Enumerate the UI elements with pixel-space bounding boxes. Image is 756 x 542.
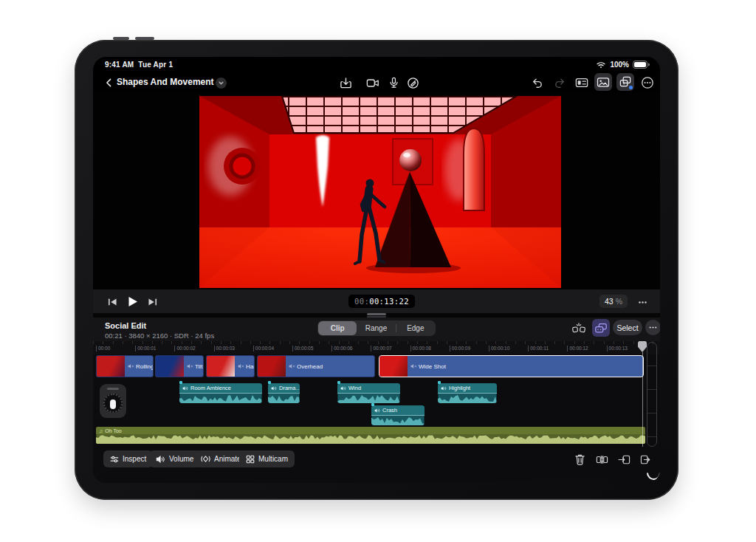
video-preview[interactable] — [199, 96, 561, 288]
timeline-more-button[interactable] — [645, 320, 660, 335]
timeline-title: Social Edit — [105, 321, 146, 330]
ruler-label: 00:00:07 — [371, 346, 391, 351]
audio-waveform — [179, 394, 262, 403]
ruler-label: 00:00:01 — [135, 346, 156, 351]
muted-audio-icon — [238, 363, 244, 369]
notification-dot — [629, 86, 633, 89]
project-menu-button[interactable] — [216, 78, 227, 89]
mode-clip[interactable]: Clip — [318, 321, 357, 335]
video-clip[interactable]: Tilt Up — [155, 355, 204, 377]
music-waveform — [96, 434, 645, 444]
redo-button[interactable] — [551, 74, 568, 92]
ruler-label: 00:00 — [96, 346, 110, 351]
more-options-button[interactable] — [639, 74, 656, 92]
audio-clip[interactable]: Wind — [337, 383, 400, 403]
timeline-info: 00:21 · 3840 × 2160 · SDR · 24 fps — [105, 332, 214, 340]
video-clip[interactable]: Hands — [206, 355, 255, 377]
clip-thumbnail — [379, 356, 408, 377]
edit-mode-segmented-control: Clip Range Edge — [317, 320, 436, 336]
ruler-label: 00:00:03 — [214, 346, 235, 351]
audio-track-row2: Crash — [93, 405, 660, 425]
clock-date: Tue Apr 1 — [138, 61, 173, 69]
delete-button[interactable] — [573, 453, 586, 466]
clip-label: Room Ambience — [190, 385, 231, 391]
audio-waveform — [337, 394, 400, 403]
undo-button[interactable] — [528, 74, 546, 92]
volume-down-button — [135, 37, 154, 40]
transport-bar: 00:00:13:22 43% — [93, 289, 660, 314]
ruler-label: 00:00:12 — [567, 346, 588, 351]
effects-button[interactable] — [616, 73, 634, 91]
audio-waveform — [371, 416, 425, 425]
overlay-view-button[interactable] — [592, 319, 610, 337]
clip-label: Rolling Ball — [136, 363, 154, 370]
battery-icon — [633, 61, 650, 69]
skip-to-start-button[interactable] — [103, 293, 121, 311]
volume-button[interactable]: Volume — [149, 450, 200, 467]
jog-wheel[interactable] — [100, 384, 126, 418]
video-clip[interactable]: Rolling Ball — [96, 355, 154, 377]
import-media-button[interactable] — [337, 74, 354, 92]
viewer-options-button[interactable] — [633, 293, 651, 311]
multicam-button[interactable]: Multicam — [239, 450, 295, 467]
muted-audio-icon — [289, 363, 295, 369]
audio-clip[interactable]: Highlight — [438, 383, 497, 403]
mode-range[interactable]: Range — [357, 321, 395, 335]
mode-edge[interactable]: Edge — [396, 321, 435, 335]
record-voiceover-button[interactable] — [385, 74, 402, 92]
audio-clip[interactable]: Room Ambience — [179, 383, 262, 403]
insert-clip-button[interactable] — [617, 453, 630, 466]
audio-icon — [182, 385, 188, 391]
muted-audio-icon — [410, 363, 417, 369]
vertical-scrollbar[interactable] — [647, 342, 657, 447]
playhead-line — [642, 352, 643, 447]
pencil-tools-button[interactable] — [404, 74, 422, 92]
split-clip-button[interactable] — [595, 453, 608, 466]
button-label: Inspect — [123, 455, 146, 463]
ipad-device-frame: 9:41 AM Tue Apr 1 100% Shapes And Moveme… — [75, 40, 678, 500]
project-title[interactable]: Shapes And Movement — [117, 77, 214, 87]
clip-label: Highlight — [449, 385, 470, 391]
media-library-button[interactable] — [594, 73, 612, 91]
ruler-label: 00:00:02 — [174, 346, 195, 351]
audio-clip[interactable]: Crash — [371, 405, 425, 425]
audio-clip[interactable]: Drama… — [268, 383, 300, 403]
back-button[interactable] — [100, 74, 118, 92]
skip-to-end-button[interactable] — [143, 293, 161, 311]
clip-label: Drama… — [279, 385, 300, 391]
zoom-value: 43 — [605, 297, 614, 306]
browser-panel-button[interactable] — [573, 74, 591, 92]
record-video-button[interactable] — [364, 74, 382, 92]
audio-track-row1: Room AmbienceDrama…WindHighlight — [93, 383, 660, 403]
red-room-scene — [199, 96, 561, 288]
clip-label: Oh Too — [105, 428, 121, 433]
muted-audio-icon — [187, 363, 193, 369]
inspector-icon — [110, 455, 119, 464]
button-label: Volume — [169, 455, 193, 463]
status-time-date: 9:41 AM Tue Apr 1 — [105, 61, 173, 69]
video-clip[interactable]: Wide Shot — [379, 355, 644, 377]
music-clip[interactable]: ♫Oh Too — [96, 427, 645, 444]
zoom-level-control[interactable]: 43% — [599, 295, 628, 308]
status-indicators: 100% — [596, 61, 650, 69]
zoom-unit: % — [616, 297, 622, 306]
clip-label: Overhead — [297, 363, 323, 370]
button-label: Animate — [214, 455, 241, 463]
video-clip[interactable]: Overhead — [257, 355, 375, 377]
resize-handle[interactable] — [367, 313, 386, 315]
timeline-ruler[interactable]: 00:0000:00:0100:00:0200:00:0300:00:0400:… — [93, 341, 660, 355]
timeline-panel: Social Edit 00:21 · 3840 × 2160 · SDR · … — [93, 318, 660, 483]
inspect-button[interactable]: Inspect — [103, 450, 153, 467]
sparkle-clips-button[interactable] — [570, 320, 588, 337]
keyframe-icon — [201, 454, 210, 464]
ruler-label: 00:00:08 — [410, 346, 431, 351]
timecode-display[interactable]: 00:00:13:22 — [348, 295, 415, 308]
wifi-icon — [596, 61, 606, 69]
clip-label: Hands — [246, 363, 255, 370]
speaker-icon — [156, 455, 165, 464]
select-button[interactable]: Select — [613, 320, 642, 335]
append-clip-button[interactable] — [639, 453, 653, 466]
jog-knob — [110, 399, 116, 409]
clip-label: Crash — [382, 407, 397, 414]
play-button[interactable] — [124, 292, 142, 310]
